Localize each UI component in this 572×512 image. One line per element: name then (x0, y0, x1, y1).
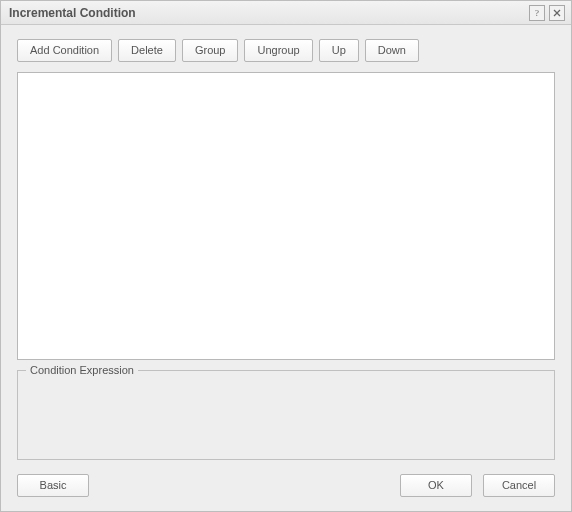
condition-expression-group: Condition Expression (17, 370, 555, 460)
up-button[interactable]: Up (319, 39, 359, 62)
conditions-list[interactable] (17, 72, 555, 360)
add-condition-button[interactable]: Add Condition (17, 39, 112, 62)
down-button[interactable]: Down (365, 39, 419, 62)
basic-button[interactable]: Basic (17, 474, 89, 497)
condition-expression-legend: Condition Expression (26, 364, 138, 376)
help-icon[interactable]: ? (529, 5, 545, 21)
group-button[interactable]: Group (182, 39, 239, 62)
close-icon[interactable] (549, 5, 565, 21)
dialog-content: Add Condition Delete Group Ungroup Up Do… (1, 25, 571, 511)
svg-text:?: ? (535, 8, 539, 18)
ok-button[interactable]: OK (400, 474, 472, 497)
toolbar: Add Condition Delete Group Ungroup Up Do… (17, 39, 555, 62)
ungroup-button[interactable]: Ungroup (244, 39, 312, 62)
footer: Basic OK Cancel (17, 474, 555, 497)
cancel-button[interactable]: Cancel (483, 474, 555, 497)
delete-button[interactable]: Delete (118, 39, 176, 62)
titlebar: Incremental Condition ? (1, 1, 571, 25)
dialog-window: Incremental Condition ? Add Condition De… (0, 0, 572, 512)
dialog-title: Incremental Condition (9, 6, 525, 20)
